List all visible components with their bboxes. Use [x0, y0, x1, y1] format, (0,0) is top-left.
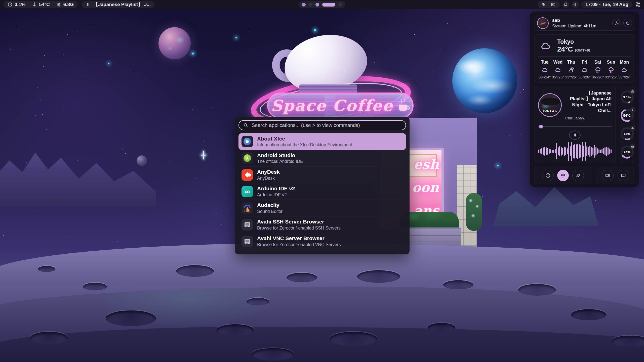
sun-cloud-icon [568, 67, 575, 73]
arduino-icon: ∞ [242, 186, 253, 197]
screen-record-button[interactable] [602, 170, 614, 181]
mountains [0, 141, 156, 206]
cloud-icon [621, 67, 628, 73]
app-description: Sound Editor [257, 209, 283, 214]
app-title: Avahi VNC Server Browser [257, 235, 341, 241]
app-title: Arduino IDE v2 [257, 185, 295, 192]
avatar [537, 17, 549, 29]
seek-handle[interactable] [539, 125, 543, 128]
speaker-icon [573, 2, 578, 7]
app-title: Avahi SSH Server Browser [257, 218, 341, 225]
xfce-mouse-icon [242, 136, 253, 147]
weather-forecast: Tue 33°/24° Wed 35°/25° Thu 33°/26° Fri … [538, 60, 631, 79]
network-jack-icon [242, 219, 253, 231]
workspace-dot-occupied[interactable] [315, 3, 319, 7]
flower-bush [466, 193, 482, 231]
system-stats-pill: 3.1% 54°C 6.8G [4, 1, 78, 8]
tray-pill[interactable] [538, 1, 560, 8]
cpu-usage-gauge: 3.1% [620, 90, 634, 104]
window-neon-text: esh [414, 157, 439, 172]
capture-card [596, 167, 635, 184]
pause-icon [86, 2, 91, 7]
app-list: About Xfce Information about the Xfce De… [238, 133, 406, 249]
track-artist: Chill Japan. [565, 116, 612, 120]
scales-icon [560, 173, 566, 178]
pause-icon [572, 132, 577, 138]
forecast-day: Sat 36°/26° [591, 60, 604, 79]
weather-temp: 24°C [557, 45, 573, 53]
top-bar: 3.1% 54°C 6.8G 【Japanese Playlist】 J... … [0, 0, 644, 9]
chip-icon [630, 125, 635, 131]
thermometer-icon [630, 107, 635, 113]
workspace-dot-empty[interactable] [338, 3, 342, 7]
cloud-icon [581, 67, 588, 73]
weather-timezone: (GMT+9) [575, 48, 590, 52]
screenshot-button[interactable] [618, 170, 629, 181]
forecast-day: Mon 33°/26° [618, 60, 631, 79]
workspace-indicator[interactable] [299, 1, 345, 8]
control-panel: seb System Uptime: 4h11m Tokyo 24°C (GMT… [530, 12, 639, 187]
album-art-text: TOKYO L [539, 109, 561, 113]
cpu-temp-gauge: 54°C [620, 108, 634, 123]
volume-button[interactable] [572, 1, 579, 8]
workspace-dot-occupied[interactable] [302, 3, 306, 7]
app-description: Browse for Zeroconf-enabled VNC Servers [257, 242, 341, 247]
memory-gauge: 14% [620, 126, 634, 141]
app-list-item-arduino[interactable]: ∞ Arduino IDE v2 Arduino IDE v2 [238, 183, 406, 200]
power-icon [625, 21, 630, 26]
app-description: Information about the Xfce Desktop Envir… [257, 142, 352, 148]
audacity-icon [242, 202, 253, 214]
app-list-item-audacity[interactable]: Audacity Sound Editor [238, 200, 406, 216]
app-list-item-avahi-vnc[interactable]: Avahi VNC Server Browser Browse for Zero… [238, 233, 406, 249]
app-title: Audacity [257, 202, 283, 208]
app-description: The official Android IDE [257, 159, 303, 164]
system-gauges-card: 3.1% 54°C 14% 24% [619, 86, 635, 163]
app-title: AnyDesk [257, 169, 280, 175]
settings-button[interactable] [612, 19, 621, 27]
app-list-item-avahi-ssh[interactable]: Avahi SSH Server Browser Browse for Zero… [238, 216, 406, 233]
network-jack-icon [242, 236, 253, 247]
power-button[interactable] [623, 19, 632, 27]
search-bar[interactable] [238, 120, 406, 130]
forecast-day: Thu 33°/26° [565, 60, 578, 79]
app-list-item-about-xfce[interactable]: About Xfce Information about the Xfce De… [238, 133, 406, 150]
thermometer-icon [32, 2, 37, 7]
seek-bar[interactable] [538, 125, 612, 127]
space-coffee-neon-sign: Space Coffee [267, 93, 414, 119]
audio-visualizer [538, 142, 612, 161]
track-title: 【Japanese Playlist】 Japan All Night - To… [565, 90, 612, 114]
sign-pedestal [299, 84, 357, 93]
weather-card: Tokyo 24°C (GMT+9) Tue 33°/24° Wed 35°/2… [534, 34, 635, 82]
search-icon [243, 122, 249, 128]
performance-profile-button[interactable] [542, 170, 554, 181]
system-uptime: System Uptime: 4h11m [552, 24, 596, 29]
chip-icon [56, 2, 61, 7]
notifications-button[interactable] [562, 1, 569, 8]
wallpaper-icon[interactable] [551, 2, 556, 7]
powersave-profile-button[interactable] [572, 170, 584, 181]
application-launcher: About Xfce Information about the Xfce De… [235, 117, 410, 254]
clock-pill[interactable]: 17:09 - Tue, 19 Aug [581, 1, 632, 8]
forecast-day: Wed 35°/25° [551, 60, 565, 79]
play-pause-button[interactable] [569, 130, 581, 140]
user-name: seb [552, 18, 596, 23]
workspace-dot-empty[interactable] [309, 3, 312, 7]
app-description: Browse for Zeroconf-enabled SSH Servers [257, 225, 341, 231]
moon-surface-near [0, 327, 644, 362]
search-input[interactable] [252, 122, 401, 128]
forecast-day: Sun 33°/26° [605, 60, 618, 79]
forecast-day: Fri 35°/26° [578, 60, 591, 79]
storm-cloud-icon [608, 67, 615, 73]
gear-icon [614, 21, 619, 26]
balanced-profile-button[interactable] [557, 170, 569, 181]
video-camera-icon [605, 173, 611, 178]
phone-icon[interactable] [542, 2, 547, 7]
app-list-item-android-studio[interactable]: Android Studio The official Android IDE [238, 150, 406, 166]
app-grid-icon[interactable] [635, 2, 641, 8]
window-neon-text: oon [412, 180, 439, 195]
sign-text: Space Coffee [271, 97, 393, 115]
cpu-temp: 54°C [39, 2, 50, 7]
now-playing-pill[interactable]: 【Japanese Playlist】 J... [82, 1, 155, 8]
app-list-item-anydesk[interactable]: AnyDesk AnyDesk [238, 166, 406, 183]
workspace-dot-active[interactable] [322, 3, 335, 7]
